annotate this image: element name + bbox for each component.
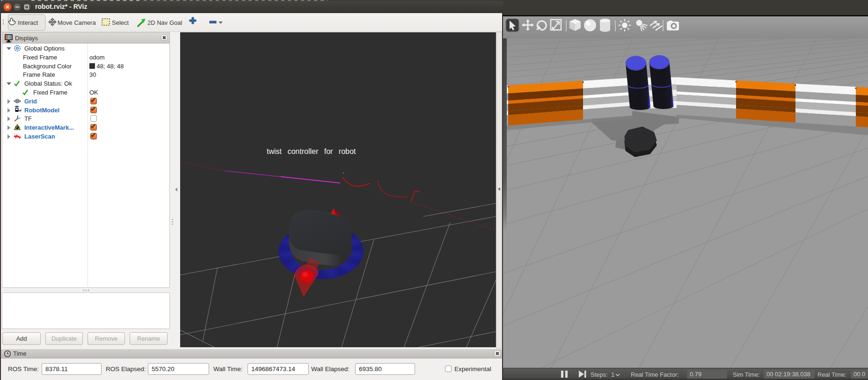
svg-text:Move Camera: Move Camera <box>58 19 96 26</box>
svg-text:twist controller for robot: twist controller for robot <box>267 147 356 155</box>
svg-text:2D Nav Goal: 2D Nav Goal <box>147 19 182 26</box>
svg-text:Select: Select <box>112 19 129 26</box>
svg-text:Interact: Interact <box>18 19 38 26</box>
